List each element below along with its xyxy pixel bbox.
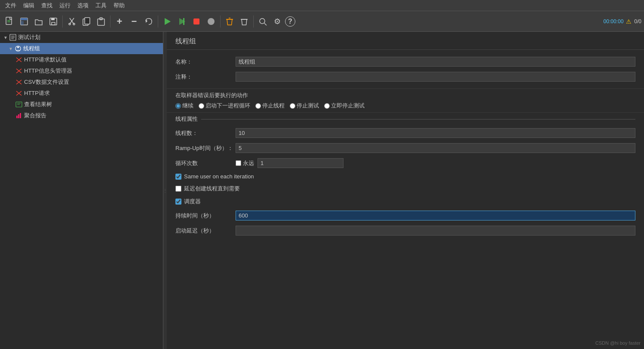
error-radio-group: 继续 启动下一进程循环 停止线程 停止测试 立即停止测试 — [175, 102, 635, 110]
startup-delay-row: 启动延迟（秒） — [175, 223, 635, 238]
sidebar-item-test-plan[interactable]: ▼ 测试计划 — [0, 32, 163, 43]
rampup-label: Ramp-Up时间（秒）： — [175, 144, 236, 152]
svg-rect-21 — [193, 18, 199, 24]
sep2 — [110, 15, 110, 28]
menubar: 文件 编辑 查找 运行 选项 工具 帮助 — [0, 0, 644, 11]
comment-input[interactable] — [236, 72, 635, 82]
name-input[interactable] — [236, 57, 635, 67]
svg-point-30 — [17, 46, 19, 48]
radio-stop-test[interactable]: 停止测试 — [290, 102, 319, 110]
copy-button[interactable] — [80, 15, 93, 28]
scheduler-checkbox[interactable] — [175, 199, 181, 205]
save-button[interactable] — [46, 15, 60, 28]
main-layout: ▼ 测试计划 ▼ 线程组 HTTP请求默认值 HTTP信息头管理器 CSV数据文… — [0, 32, 644, 349]
thread-count-row: 线程数： — [175, 126, 635, 141]
open-button[interactable] — [32, 15, 46, 28]
startup-delay-input[interactable] — [236, 226, 635, 236]
radio-stop-thread[interactable]: 停止线程 — [255, 102, 285, 110]
menu-options[interactable]: 选项 — [74, 1, 92, 10]
sidebar-item-http-default[interactable]: HTTP请求默认值 — [0, 54, 163, 65]
rampup-input[interactable] — [236, 143, 635, 153]
thread-count-label: 线程数： — [175, 129, 236, 137]
template-button[interactable] — [17, 15, 31, 28]
thread-group-icon — [15, 45, 21, 52]
settings-button[interactable]: ⚙ — [270, 15, 284, 28]
menu-help[interactable]: 帮助 — [110, 1, 128, 10]
sidebar-item-csv-data[interactable]: CSV数据文件设置 — [0, 77, 163, 88]
help-button[interactable]: ? — [285, 16, 295, 27]
radio-stop-now[interactable]: 立即停止测试 — [324, 102, 365, 110]
comment-row: 注释： — [175, 69, 635, 84]
counter: 0/0 — [634, 18, 641, 24]
sidebar-item-aggregate[interactable]: 聚合报告 — [0, 110, 163, 121]
svg-rect-4 — [21, 18, 28, 20]
delay-create-label: 延迟创建线程直到需要 — [184, 185, 240, 193]
error-action-section: 在取样器错误后要执行的动作 继续 启动下一进程循环 停止线程 停止测试 — [167, 89, 644, 113]
same-user-row: Same user on each iteration — [175, 171, 635, 182]
toolbar-right: 00:00:00 ⚠ 0/0 — [604, 18, 641, 25]
menu-edit[interactable]: 编辑 — [20, 1, 38, 10]
svg-rect-2 — [7, 21, 10, 22]
sidebar-label-test-plan: 测试计划 — [18, 34, 40, 41]
stop-button[interactable] — [190, 15, 203, 28]
menu-file[interactable]: 文件 — [2, 1, 20, 10]
add-button[interactable]: + — [113, 15, 126, 28]
cut-button[interactable] — [65, 15, 79, 28]
start-button[interactable] — [160, 15, 174, 28]
sidebar-label-http-request: HTTP请求 — [24, 89, 50, 97]
remove-button[interactable]: − — [127, 15, 141, 28]
thread-props-header: 线程属性 — [175, 113, 635, 126]
thread-count-input[interactable] — [236, 128, 635, 138]
duration-input[interactable] — [236, 211, 635, 220]
sep3 — [158, 15, 158, 28]
panel-title: 线程组 — [167, 32, 644, 50]
menu-find[interactable]: 查找 — [38, 1, 56, 10]
startup-delay-label: 启动延迟（秒） — [175, 227, 236, 235]
sidebar-label-http-header: HTTP信息头管理器 — [24, 67, 72, 75]
sidebar-item-view-result[interactable]: 查看结果树 — [0, 99, 163, 110]
scheduler-label: 调度器 — [184, 198, 201, 205]
sidebar-item-http-header[interactable]: HTTP信息头管理器 — [0, 65, 163, 77]
radio-start-next[interactable]: 启动下一进程循环 — [199, 102, 250, 110]
stop-now-button[interactable] — [204, 15, 218, 28]
same-user-label: Same user on each iteration — [184, 173, 254, 180]
svg-rect-7 — [51, 18, 55, 20]
sidebar-item-thread-group[interactable]: ▼ 线程组 — [0, 43, 163, 54]
rampup-row: Ramp-Up时间（秒）： — [175, 141, 635, 156]
same-user-checkbox[interactable] — [175, 174, 181, 180]
sep4 — [220, 15, 221, 28]
svg-rect-20 — [183, 18, 184, 25]
search-button[interactable] — [256, 15, 270, 28]
paste-button[interactable] — [94, 15, 108, 28]
loop-count-input[interactable] — [258, 158, 343, 168]
forever-checkbox[interactable] — [236, 160, 241, 166]
new-button[interactable] — [3, 15, 16, 28]
sidebar-label-view-result: 查看结果树 — [24, 101, 52, 108]
thread-props-section: 线程属性 线程数： Ramp-Up时间（秒）： 循环次数 永远 — [167, 113, 644, 238]
http-default-icon — [15, 56, 22, 63]
start-no-pause-button[interactable] — [175, 15, 189, 28]
sidebar-item-http-request[interactable]: HTTP请求 — [0, 88, 163, 99]
content-panel: 线程组 名称： 注释： 在取样器错误后要执行的动作 继续 — [167, 32, 644, 349]
menu-run[interactable]: 运行 — [56, 1, 74, 10]
clear-button[interactable] — [223, 15, 236, 28]
clear-all-button[interactable] — [237, 15, 251, 28]
sidebar-label-thread-group: 线程组 — [23, 45, 40, 52]
comment-label: 注释： — [175, 73, 236, 81]
delay-create-row: 延迟创建线程直到需要 — [175, 182, 635, 195]
undo-button[interactable] — [142, 15, 156, 28]
drag-handle[interactable]: ⋮ — [163, 32, 167, 349]
svg-rect-44 — [20, 113, 21, 118]
delay-create-checkbox[interactable] — [175, 186, 181, 192]
watermark: CSDN @hi boy faster — [595, 340, 641, 346]
http-request-icon — [15, 90, 22, 97]
sidebar-label-http-default: HTTP请求默认值 — [24, 56, 67, 64]
sidebar: ▼ 测试计划 ▼ 线程组 HTTP请求默认值 HTTP信息头管理器 CSV数据文… — [0, 32, 163, 349]
loop-row: 循环次数 永远 — [175, 156, 635, 171]
forever-checkbox-container[interactable]: 永远 — [236, 159, 254, 167]
menu-tools[interactable]: 工具 — [92, 1, 110, 10]
sidebar-label-csv-data: CSV数据文件设置 — [24, 78, 69, 86]
loop-label: 循环次数 — [175, 159, 236, 167]
csv-icon — [15, 79, 22, 86]
radio-continue[interactable]: 继续 — [175, 102, 193, 110]
